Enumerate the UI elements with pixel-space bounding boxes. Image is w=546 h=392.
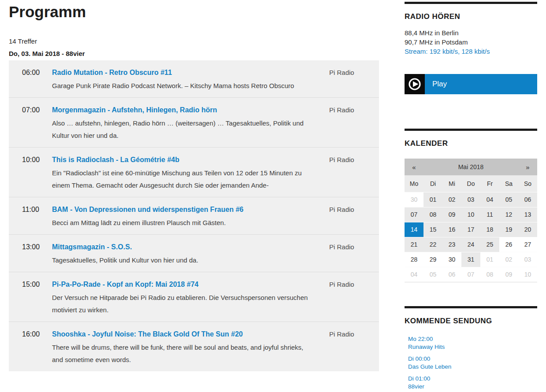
calendar-day-22[interactable]: 22 (423, 237, 442, 252)
calendar-day-19[interactable]: 19 (499, 222, 518, 237)
page-title: Programm (9, 3, 379, 21)
entry-time: 15:00 (22, 279, 52, 316)
calendar-day-06[interactable]: 06 (518, 192, 537, 207)
entry-title-link[interactable]: Pi-Pa-Po-Rade - Kopf an Kopf: Mai 2018 #… (52, 279, 199, 290)
entry-time: 13:00 (22, 242, 52, 266)
calendar-day-11[interactable]: 11 (480, 207, 499, 222)
stream-line: Stream: 192 kbit/s, 128 kbit/s (405, 47, 537, 56)
entry-title-link[interactable]: Mittagsmagazin - S.O.S. (52, 242, 132, 252)
upcoming-item: Di 01:0088vier (408, 375, 537, 391)
entry-station: Pi Radio (329, 242, 379, 266)
calendar-prev-button[interactable]: « (405, 159, 423, 175)
calendar-day-26: 26 (499, 237, 518, 252)
upcoming-item: Mo 22:00Runaway Hits (408, 335, 537, 351)
calendar-day-07[interactable]: 07 (405, 207, 423, 222)
calendar-day-13[interactable]: 13 (518, 207, 537, 222)
calendar-weekday-sa: Sa (499, 175, 518, 192)
entry-time: 10:00 (22, 155, 52, 192)
upcoming-item: Di 00:00Das Gute Leben (408, 355, 537, 371)
entry-station: Pi Radio (329, 279, 379, 316)
calendar-day-12[interactable]: 12 (499, 207, 518, 222)
calendar-day-01[interactable]: 01 (423, 192, 442, 207)
entry-title-link[interactable]: This is Radioclash - La Géométrie #4b (52, 155, 179, 165)
calendar: « Mai 2018 » MoDiMiDoFrSaSo 300102030405… (405, 159, 537, 282)
radio-info: 88,4 MHz in Berlin 90,7 MHz in Potsdam S… (405, 28, 537, 56)
entry-station: Pi Radio (329, 67, 379, 92)
entry-description: Garage Punk Pirate Radio Podcast Network… (52, 80, 310, 92)
calendar-day-25[interactable]: 25 (480, 237, 499, 252)
calendar-heading: KALENDER (405, 139, 537, 148)
upcoming-title-link[interactable]: 88vier (408, 383, 537, 391)
calendar-weekday-mi: Mi (442, 175, 461, 192)
program-entry: 16:00Shooshka - Joyful Noise: The Black … (9, 322, 379, 371)
radio-listen-heading: RADIO HÖREN (405, 12, 537, 21)
upcoming-time-link[interactable]: Mo 22:00 (408, 335, 537, 343)
upcoming-heading: KOMMENDE SENDUNG (405, 317, 537, 325)
calendar-day-24[interactable]: 24 (461, 237, 480, 252)
upcoming-title-link[interactable]: Das Gute Leben (408, 363, 537, 371)
section-divider (405, 306, 537, 308)
entry-title-link[interactable]: Shooshka - Joyful Noise: The Black Gold … (52, 329, 243, 340)
calendar-day-14[interactable]: 14 (405, 222, 423, 237)
calendar-day-10[interactable]: 10 (461, 207, 480, 222)
program-entry: 10:00This is Radioclash - La Géométrie #… (9, 148, 379, 197)
section-divider (405, 2, 537, 4)
calendar-day-08[interactable]: 08 (423, 207, 442, 222)
entry-description: Becci am Mittag lädt zu einem illustren … (52, 217, 310, 229)
upcoming-time-link[interactable]: Di 00:00 (408, 355, 537, 363)
entry-title-link[interactable]: Radio Mutation - Retro Obscuro #11 (52, 67, 172, 78)
entry-main: Pi-Pa-Po-Rade - Kopf an Kopf: Mai 2018 #… (52, 279, 329, 316)
upcoming-list: Mo 22:00Runaway HitsDi 00:00Das Gute Leb… (405, 335, 537, 391)
results-count: 14 Treffer (9, 37, 379, 45)
program-entry: 06:00Radio Mutation - Retro Obscuro #11G… (9, 60, 379, 98)
entry-title-link[interactable]: Morgenmagazin - Aufstehn, Hinlegen, Radi… (52, 105, 217, 115)
calendar-day-09: 09 (499, 267, 518, 282)
stream-label: Stream: (405, 48, 428, 55)
play-button[interactable]: Play (405, 74, 537, 94)
stream-link-128[interactable]: 128 kbit/s (461, 48, 490, 55)
calendar-day-07: 07 (461, 267, 480, 282)
entry-main: Radio Mutation - Retro Obscuro #11Garage… (52, 67, 329, 92)
entry-title-link[interactable]: BAM - Von Depressionen und widerspenstig… (52, 204, 243, 215)
stream-link-192[interactable]: 192 kbit/s (430, 48, 458, 55)
calendar-weekday-do: Do (461, 175, 480, 192)
calendar-day-05[interactable]: 05 (499, 192, 518, 207)
calendar-day-15[interactable]: 15 (423, 222, 442, 237)
calendar-day-20[interactable]: 20 (518, 222, 537, 237)
upcoming-time-link[interactable]: Di 01:00 (408, 375, 537, 383)
calendar-day-28: 28 (405, 252, 423, 267)
calendar-weekday-so: So (518, 175, 537, 192)
entry-main: This is Radioclash - La Géométrie #4bEin… (52, 155, 329, 192)
calendar-day-02[interactable]: 02 (442, 192, 461, 207)
calendar-day-04: 04 (405, 267, 423, 282)
calendar-next-button[interactable]: » (518, 159, 537, 175)
calendar-month-label: Mai 2018 (423, 159, 518, 175)
calendar-day-16[interactable]: 16 (442, 222, 461, 237)
calendar-day-18[interactable]: 18 (480, 222, 499, 237)
sidebar: RADIO HÖREN 88,4 MHz in Berlin 90,7 MHz … (405, 0, 537, 392)
entry-time: 06:00 (22, 67, 52, 92)
calendar-day-31[interactable]: 31 (461, 252, 480, 267)
calendar-day-09[interactable]: 09 (442, 207, 461, 222)
entry-station: Pi Radio (329, 329, 379, 366)
frequency-potsdam: 90,7 MHz in Potsdam (405, 37, 537, 47)
calendar-day-29: 29 (423, 252, 442, 267)
calendar-day-17[interactable]: 17 (461, 222, 480, 237)
calendar-day-10: 10 (518, 267, 537, 282)
entry-description: Tagesaktuelles, Politik und Kultur von h… (52, 254, 310, 266)
entry-main: Mittagsmagazin - S.O.S.Tagesaktuelles, P… (52, 242, 329, 266)
calendar-day-21[interactable]: 21 (405, 237, 423, 252)
stream-separator: , (458, 48, 461, 55)
upcoming-title-link[interactable]: Runaway Hits (408, 343, 537, 351)
calendar-day-27: 27 (518, 237, 537, 252)
program-list: 06:00Radio Mutation - Retro Obscuro #11G… (9, 60, 379, 371)
calendar-day-04[interactable]: 04 (480, 192, 499, 207)
entry-station: Pi Radio (329, 204, 379, 229)
calendar-day-23[interactable]: 23 (442, 237, 461, 252)
calendar-day-03[interactable]: 03 (461, 192, 480, 207)
calendar-day-03: 03 (518, 252, 537, 267)
entry-main: Shooshka - Joyful Noise: The Black Gold … (52, 329, 329, 366)
entry-station: Pi Radio (329, 105, 379, 142)
calendar-weekday-di: Di (423, 175, 442, 192)
entry-description: There will be drums, there will be funk,… (52, 341, 310, 366)
